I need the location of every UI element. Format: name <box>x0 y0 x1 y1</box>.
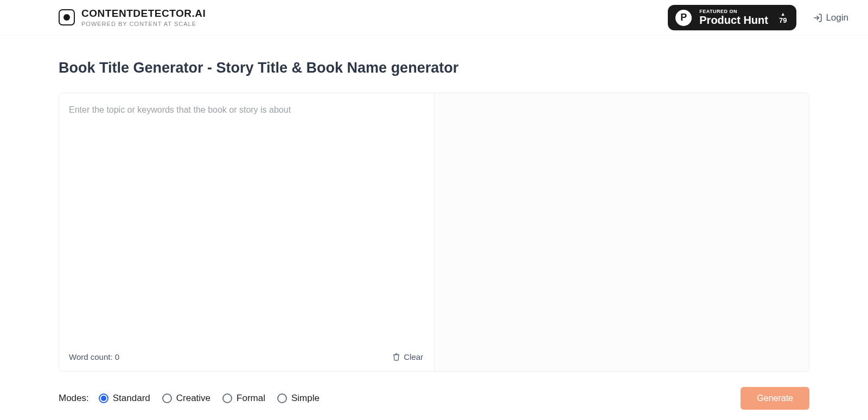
panel-wrap: Word count: 0 Clear <box>59 93 809 372</box>
product-hunt-upvotes: ▲ 79 <box>779 12 787 24</box>
header: CONTENTDETECTOR.AI POWERED BY CONTENT AT… <box>0 0 868 36</box>
output-panel <box>434 93 809 371</box>
modes-label: Modes: <box>59 393 89 404</box>
product-hunt-badge[interactable]: P FEATURED ON Product Hunt ▲ 79 <box>668 5 796 30</box>
clear-button[interactable]: Clear <box>392 352 423 361</box>
brand-text: CONTENTDETECTOR.AI POWERED BY CONTENT AT… <box>81 8 206 27</box>
brand-title: CONTENTDETECTOR.AI <box>81 8 206 20</box>
header-right: P FEATURED ON Product Hunt ▲ 79 Login <box>668 5 848 30</box>
brand[interactable]: CONTENTDETECTOR.AI POWERED BY CONTENT AT… <box>59 8 206 27</box>
login-button[interactable]: Login <box>813 12 848 23</box>
modes-group: Modes: Standard Creative Formal Simple <box>59 393 320 404</box>
radio-icon <box>277 393 287 403</box>
topic-input[interactable] <box>59 93 434 346</box>
mode-radio-standard[interactable]: Standard <box>99 393 150 404</box>
radio-icon <box>222 393 232 403</box>
input-footer: Word count: 0 Clear <box>59 346 434 371</box>
mode-label: Simple <box>291 393 320 404</box>
radio-icon <box>162 393 172 403</box>
product-hunt-upvote-count: 79 <box>779 17 787 24</box>
login-icon <box>813 13 822 23</box>
login-label: Login <box>826 12 848 23</box>
product-hunt-text: FEATURED ON Product Hunt <box>699 9 768 25</box>
mode-radio-simple[interactable]: Simple <box>277 393 320 404</box>
mode-label: Standard <box>113 393 150 404</box>
product-hunt-p-icon: P <box>675 10 692 26</box>
mode-label: Creative <box>176 393 210 404</box>
generate-button[interactable]: Generate <box>741 387 809 410</box>
input-panel: Word count: 0 Clear <box>59 93 434 371</box>
radio-icon <box>99 393 108 403</box>
footer-row: Modes: Standard Creative Formal Simple G… <box>59 387 809 410</box>
mode-radio-creative[interactable]: Creative <box>162 393 210 404</box>
brand-subtitle: POWERED BY CONTENT AT SCALE <box>81 21 206 27</box>
word-count-label: Word count: 0 <box>69 352 119 361</box>
mode-label: Formal <box>237 393 265 404</box>
trash-icon <box>392 353 400 361</box>
brand-logo-icon <box>59 9 75 25</box>
content: Book Title Generator - Story Title & Boo… <box>0 36 868 410</box>
brand-logo-dot-icon <box>63 14 70 21</box>
product-hunt-name: Product Hunt <box>699 15 768 26</box>
mode-radio-formal[interactable]: Formal <box>222 393 265 404</box>
page-title: Book Title Generator - Story Title & Boo… <box>59 60 809 76</box>
clear-label: Clear <box>404 352 423 361</box>
